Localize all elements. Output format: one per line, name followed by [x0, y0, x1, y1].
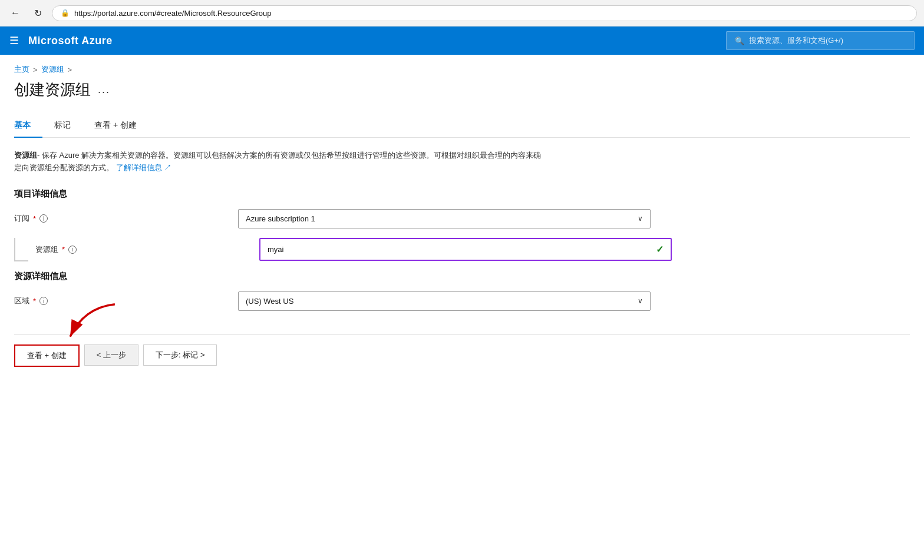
address-bar[interactable]: 🔒 https://portal.azure.com/#create/Micro…	[52, 5, 917, 21]
azure-logo: Microsoft Azure	[28, 35, 113, 47]
review-create-button[interactable]: 查看 + 创建	[14, 344, 80, 367]
lock-icon: 🔒	[61, 9, 70, 17]
subscription-label: 订阅	[14, 213, 29, 224]
subscription-chevron-icon: ∨	[638, 214, 643, 223]
main-content: 主页 > 资源组 > 创建资源组 ... 基本 标记 查看 + 创建 资源组- …	[0, 55, 924, 376]
resource-group-check-icon: ✓	[656, 244, 664, 255]
url-text: https://portal.azure.com/#create/Microso…	[74, 9, 272, 18]
subscription-dropdown[interactable]: Azure subscription 1 ∨	[238, 209, 651, 228]
resource-group-label-area: 资源组 * i	[35, 244, 259, 255]
resource-group-label: 资源组	[35, 244, 58, 255]
resource-group-label-wrapper: 资源组 * i	[35, 244, 77, 255]
region-dropdown[interactable]: (US) West US ∨	[238, 291, 651, 311]
more-options-button[interactable]: ...	[98, 84, 110, 96]
tab-tags[interactable]: 标记	[54, 114, 82, 138]
description-text: 资源组- 保存 Azure 解决方案相关资源的容器。资源组可以包括解决方案的所有…	[14, 150, 544, 174]
tab-basic[interactable]: 基本	[14, 114, 42, 138]
region-control: (US) West US ∨	[238, 291, 651, 311]
prev-button: < 上一步	[84, 344, 138, 366]
project-details-title: 项目详细信息	[14, 188, 910, 200]
breadcrumb-sep2: >	[68, 65, 72, 74]
refresh-button[interactable]: ↻	[29, 5, 46, 21]
region-required: *	[33, 297, 36, 306]
resource-group-control: myai ✓	[259, 238, 672, 261]
region-value: (US) West US	[246, 297, 293, 306]
subscription-label-area: 订阅 * i	[14, 213, 238, 224]
resource-group-input[interactable]: myai ✓	[259, 238, 672, 261]
subscription-info-icon[interactable]: i	[39, 214, 48, 223]
tab-review-create[interactable]: 查看 + 创建	[94, 114, 148, 138]
page-title-row: 创建资源组 ...	[14, 79, 910, 100]
region-chevron-icon: ∨	[638, 297, 643, 305]
region-label: 区域	[14, 296, 29, 306]
arrow-annotation	[50, 301, 132, 342]
azure-header: ☰ Microsoft Azure 🔍 搜索资源、服务和文档(G+/)	[0, 26, 924, 55]
resource-group-row: 资源组 * i myai ✓	[14, 238, 910, 261]
hamburger-menu[interactable]: ☰	[9, 34, 19, 47]
region-row: 区域 * i (US) West US ∨	[14, 291, 910, 311]
browser-chrome: ← ↻ 🔒 https://portal.azure.com/#create/M…	[0, 0, 924, 26]
resource-group-value: myai	[268, 245, 283, 254]
next-button[interactable]: 下一步: 标记 >	[143, 344, 217, 366]
subscription-required: *	[33, 214, 36, 223]
resource-details-title: 资源详细信息	[14, 271, 910, 282]
indent-line	[14, 238, 28, 261]
subscription-control: Azure subscription 1 ∨	[238, 209, 651, 228]
back-button[interactable]: ←	[7, 5, 24, 21]
subscription-row: 订阅 * i Azure subscription 1 ∨	[14, 209, 910, 228]
subscription-value: Azure subscription 1	[246, 214, 315, 223]
tabs: 基本 标记 查看 + 创建	[14, 114, 910, 138]
breadcrumb: 主页 > 资源组 >	[14, 64, 910, 75]
breadcrumb-home[interactable]: 主页	[14, 64, 29, 75]
search-bar[interactable]: 🔍 搜索资源、服务和文档(G+/)	[726, 31, 915, 50]
resource-group-required: *	[62, 245, 65, 254]
resource-group-info-icon[interactable]: i	[68, 246, 77, 254]
learn-more-link[interactable]: 了解详细信息 ↗	[116, 163, 172, 172]
breadcrumb-resource-group[interactable]: 资源组	[41, 64, 64, 75]
region-info-icon[interactable]: i	[39, 297, 48, 305]
search-placeholder: 搜索资源、服务和文档(G+/)	[749, 35, 843, 46]
search-icon: 🔍	[735, 37, 744, 45]
breadcrumb-sep1: >	[33, 65, 38, 74]
page-title: 创建资源组	[14, 79, 91, 100]
bottom-action-bar: 查看 + 创建 < 上一步 下一步: 标记 >	[14, 334, 910, 376]
